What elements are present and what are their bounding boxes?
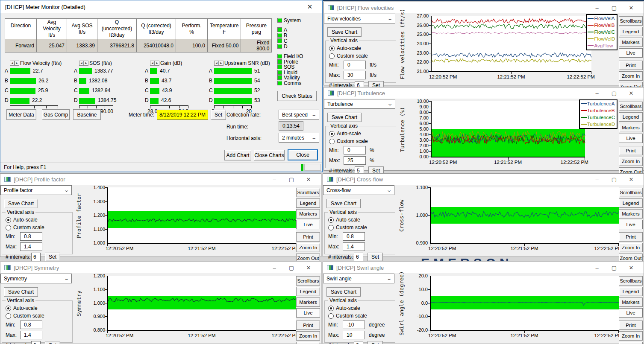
save-chart-button[interactable]: Save Chart <box>4 199 38 208</box>
zoom-out-button[interactable]: Zoom Out <box>296 342 320 344</box>
max-input[interactable] <box>343 331 365 339</box>
zoom-in-button[interactable]: Zoom In <box>619 243 643 252</box>
baseline-button[interactable]: Baseline <box>73 109 101 120</box>
minimize-icon[interactable]: – <box>588 265 606 271</box>
min-input[interactable] <box>344 61 366 69</box>
scrollbars-button[interactable]: Scrollbars <box>296 188 320 197</box>
arrow-left-icon[interactable]: ◄ <box>10 61 15 66</box>
print-button[interactable]: Print <box>619 61 643 70</box>
arrow-right-icon[interactable]: ► <box>84 61 88 66</box>
maximize-icon[interactable]: ▢ <box>283 176 300 183</box>
markers-button[interactable]: Markers <box>619 123 643 132</box>
close-icon[interactable]: ✕ <box>300 265 317 271</box>
max-input[interactable] <box>20 242 42 251</box>
live-button[interactable]: Live <box>296 220 320 229</box>
custom-scale-radio[interactable]: Custom scale <box>329 53 396 59</box>
auto-scale-radio[interactable]: Auto-scale <box>6 305 72 311</box>
meter-data-button[interactable]: Meter Data <box>6 109 36 120</box>
close-icon[interactable]: ✕ <box>623 5 640 11</box>
print-button[interactable]: Print <box>296 321 320 330</box>
titlebar[interactable]: [DHCP] Turbulence – ▢ ✕ <box>324 87 644 99</box>
custom-scale-radio[interactable]: Custom scale <box>328 313 395 319</box>
close-button[interactable]: Close <box>288 149 318 160</box>
chart-type-select[interactable]: Symmetry ⌄ <box>0 274 72 283</box>
intervals-input[interactable] <box>354 253 363 261</box>
live-button[interactable]: Live <box>619 134 643 143</box>
auto-scale-radio[interactable]: Auto-scale <box>328 305 395 311</box>
auto-scale-radio[interactable]: Auto-scale <box>329 45 396 51</box>
minimize-icon[interactable]: – <box>588 5 606 11</box>
auto-scale-radio[interactable]: Auto-scale <box>329 131 396 137</box>
check-status-button[interactable]: Check Status <box>277 91 317 101</box>
scrollbars-button[interactable]: Scrollbars <box>619 188 643 197</box>
scroll-spinner[interactable]: ◄► <box>10 61 19 66</box>
legend-button[interactable]: Legend <box>296 287 320 296</box>
set-button[interactable]: Set <box>368 341 383 344</box>
horizontal-axis-select[interactable]: 2 minutes⌄ <box>279 133 319 143</box>
live-button[interactable]: Live <box>619 308 643 318</box>
print-button[interactable]: Print <box>619 232 643 242</box>
save-chart-button[interactable]: Save Chart <box>327 113 362 122</box>
markers-button[interactable]: Markers <box>619 297 643 307</box>
custom-scale-radio[interactable]: Custom scale <box>328 224 395 230</box>
scrollbars-button[interactable]: Scrollbars <box>296 276 320 286</box>
set-button[interactable]: Set <box>45 253 60 261</box>
save-chart-button[interactable]: Save Chart <box>326 199 361 208</box>
titlebar[interactable]: [DHCP] Meter Monitor (Detailed) ✕ <box>0 0 322 13</box>
live-button[interactable]: Live <box>296 308 320 318</box>
zoom-in-button[interactable]: Zoom In <box>296 243 320 252</box>
close-charts-button[interactable]: Close Charts <box>254 150 285 160</box>
set-button[interactable]: Set <box>45 341 60 344</box>
maximize-icon[interactable]: ▢ <box>606 176 623 183</box>
custom-scale-radio[interactable]: Custom scale <box>6 313 72 319</box>
chart-type-select[interactable]: Flow velocities ⌄ <box>324 14 395 23</box>
min-input[interactable] <box>20 232 42 241</box>
chart-type-select[interactable]: Profile factor ⌄ <box>0 185 72 195</box>
custom-scale-radio[interactable]: Custom scale <box>6 224 72 230</box>
minimize-icon[interactable]: – <box>266 176 283 183</box>
max-input[interactable] <box>344 156 366 165</box>
min-input[interactable] <box>343 232 365 241</box>
zoom-out-button[interactable]: Zoom Out <box>619 342 643 344</box>
markers-button[interactable]: Markers <box>619 209 643 219</box>
collection-rate-select[interactable]: Best speed⌄ <box>279 110 319 120</box>
zoom-in-button[interactable]: Zoom In <box>619 157 643 166</box>
zoom-in-button[interactable]: Zoom In <box>619 331 643 341</box>
save-chart-button[interactable]: Save Chart <box>4 287 38 297</box>
print-button[interactable]: Print <box>619 146 643 155</box>
chart-type-select[interactable]: Turbulence ⌄ <box>324 99 395 109</box>
close-icon[interactable]: ✕ <box>300 176 317 183</box>
arrow-left-icon[interactable]: ◄ <box>79 61 84 66</box>
maximize-icon[interactable]: ▢ <box>606 265 623 271</box>
max-input[interactable] <box>344 71 366 79</box>
titlebar[interactable]: [DHCP] Flow velocities – ▢ ✕ <box>324 2 644 13</box>
titlebar[interactable]: [DHCP] Profile factor – ▢ ✕ <box>0 174 321 185</box>
legend-button[interactable]: Legend <box>296 198 320 208</box>
auto-scale-radio[interactable]: Auto-scale <box>328 217 395 223</box>
maximize-icon[interactable]: ▢ <box>283 265 300 271</box>
intervals-input[interactable] <box>354 341 363 344</box>
chart-type-select[interactable]: Cross-flow ⌄ <box>323 185 394 195</box>
arrow-right-icon[interactable]: ► <box>219 61 223 66</box>
live-button[interactable]: Live <box>619 48 643 58</box>
arrow-right-icon[interactable]: ► <box>155 61 159 66</box>
set-button[interactable]: Set <box>368 253 383 261</box>
save-chart-button[interactable]: Save Chart <box>327 27 362 37</box>
legend-button[interactable]: Legend <box>619 198 643 208</box>
scroll-spinner[interactable]: ◄► <box>79 61 88 66</box>
print-button[interactable]: Print <box>296 232 320 242</box>
titlebar[interactable]: [DHCP] Symmetry – ▢ ✕ <box>0 262 321 273</box>
zoom-in-button[interactable]: Zoom In <box>619 71 643 81</box>
scrollbars-button[interactable]: Scrollbars <box>619 102 643 111</box>
close-icon[interactable]: ✕ <box>623 90 640 96</box>
meter-time-field[interactable]: 8/12/2019 12:22 PM <box>157 110 208 120</box>
save-chart-button[interactable]: Save Chart <box>326 287 361 297</box>
meter-time-set-button[interactable]: Set <box>211 110 226 120</box>
close-icon[interactable]: ✕ <box>623 265 640 271</box>
minimize-icon[interactable]: – <box>588 90 606 96</box>
markers-button[interactable]: Markers <box>296 209 320 219</box>
legend-button[interactable]: Legend <box>619 27 643 36</box>
min-input[interactable] <box>20 321 42 329</box>
close-icon[interactable]: ✕ <box>623 176 640 183</box>
live-button[interactable]: Live <box>619 220 643 229</box>
